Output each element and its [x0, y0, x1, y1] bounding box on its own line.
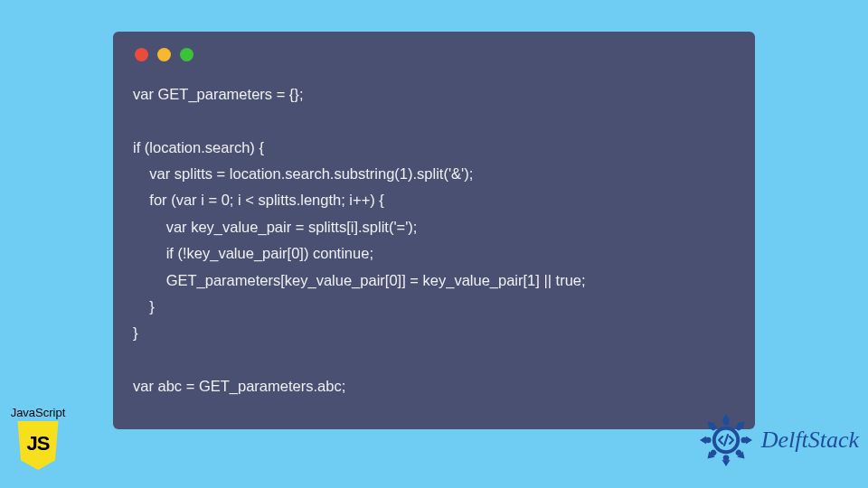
code-window: var GET_parameters = {}; if (location.se…: [113, 32, 755, 429]
svg-point-0: [722, 419, 729, 426]
delftstack-name: DelftStack: [761, 427, 859, 454]
svg-point-4: [722, 455, 729, 462]
javascript-shield-icon: JS: [15, 421, 61, 470]
window-traffic-lights: [135, 48, 735, 61]
delftstack-logo: DelftStack: [696, 410, 859, 470]
javascript-shield-text: JS: [27, 432, 50, 455]
maximize-icon[interactable]: [180, 48, 193, 61]
close-icon[interactable]: [135, 48, 148, 61]
svg-point-6: [705, 437, 712, 444]
javascript-label: JavaScript: [4, 406, 72, 419]
javascript-badge: JavaScript JS: [4, 406, 72, 470]
code-block: var GET_parameters = {}; if (location.se…: [133, 81, 735, 399]
svg-point-2: [741, 437, 747, 444]
delftstack-emblem-icon: [696, 410, 756, 470]
minimize-icon[interactable]: [157, 48, 171, 61]
